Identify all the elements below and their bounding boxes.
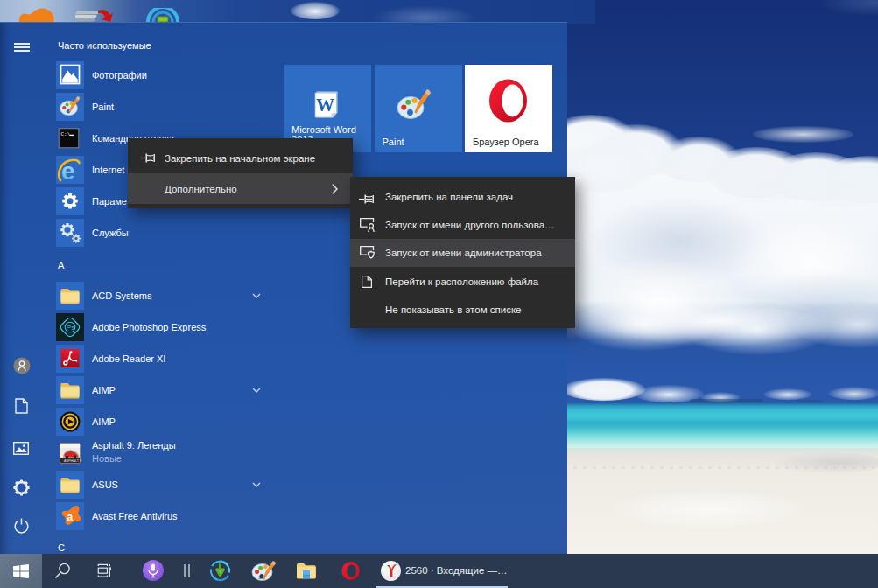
svg-text:C:\: C:\ <box>61 131 71 137</box>
svg-text:W: W <box>316 94 334 116</box>
svg-text:Ps: Ps <box>67 324 74 332</box>
svg-text:a: a <box>67 511 74 523</box>
svg-text:ASPHALT 9: ASPHALT 9 <box>64 459 81 463</box>
